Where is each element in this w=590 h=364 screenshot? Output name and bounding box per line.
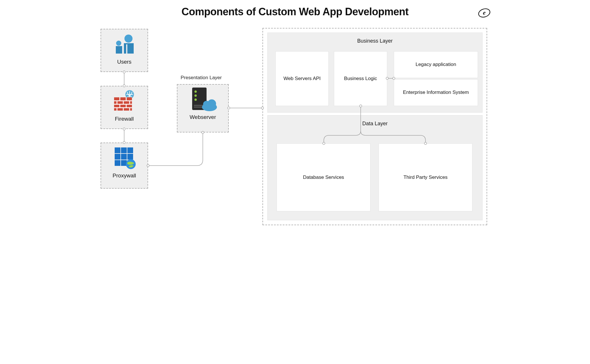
svg-rect-5: [116, 46, 122, 54]
svg-rect-26: [121, 154, 127, 160]
node-users: Users: [101, 29, 148, 72]
svg-rect-6: [126, 44, 127, 54]
users-icon: [103, 32, 145, 56]
node-users-label: Users: [103, 59, 145, 65]
business-layer-title: Business Layer: [268, 38, 482, 44]
svg-rect-24: [127, 147, 133, 153]
data-layer-title: Data Layer: [268, 121, 482, 127]
card-enterprise-info-system: Enterprise Information System: [394, 79, 478, 106]
webserver-icon: [180, 88, 226, 112]
node-proxywall: Proxywall: [101, 143, 148, 189]
svg-point-4: [116, 41, 121, 46]
svg-rect-3: [124, 43, 134, 54]
card-legacy-application: Legacy application: [394, 51, 478, 78]
diagram-title: Components of Custom Web App Development: [88, 6, 502, 18]
svg-rect-29: [121, 160, 127, 166]
card-database-services: Database Services: [277, 143, 370, 211]
card-business-logic: Business Logic: [334, 51, 387, 106]
proxywall-icon: [103, 146, 145, 170]
svg-point-34: [194, 94, 197, 97]
card-third-party-services: Third Party Services: [379, 143, 472, 211]
svg-rect-28: [115, 160, 120, 166]
svg-text:e: e: [483, 9, 485, 16]
svg-point-33: [194, 90, 197, 93]
node-firewall: Firewall: [101, 86, 148, 129]
svg-point-40: [207, 99, 216, 108]
svg-rect-22: [115, 147, 120, 153]
svg-point-35: [194, 98, 197, 101]
presentation-layer-label: Presentation Layer: [181, 75, 222, 81]
svg-rect-23: [121, 147, 127, 153]
svg-rect-27: [127, 154, 133, 160]
firewall-icon: [103, 89, 145, 113]
node-webserver-label: Webserver: [180, 114, 226, 120]
svg-rect-25: [115, 154, 120, 160]
brand-logo-icon: e: [478, 6, 491, 20]
node-proxywall-label: Proxywall: [103, 172, 145, 179]
node-webserver: Webserver: [177, 84, 229, 132]
svg-point-2: [124, 35, 133, 43]
node-firewall-label: Firewall: [103, 116, 145, 122]
card-web-servers-api: Web Servers API: [275, 51, 329, 106]
